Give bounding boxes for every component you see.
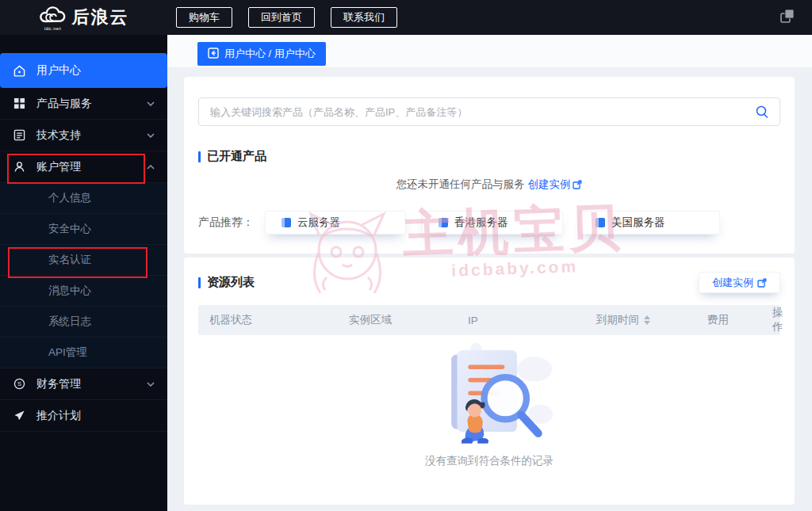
- column-machine-status: 机器状态: [198, 313, 349, 327]
- sidebar-item-api-management[interactable]: API管理: [0, 337, 167, 368]
- sidebar-item-personal-info[interactable]: 个人信息: [0, 183, 167, 214]
- home-icon: [13, 64, 25, 77]
- cloud-logo-icon: [39, 5, 67, 29]
- sidebar-item-referral-plan[interactable]: 推介计划: [0, 400, 167, 432]
- sidebar-item-label: 用户中心: [36, 63, 81, 78]
- submenu-item-label: 安全中心: [48, 222, 91, 236]
- overview-card: 已开通产品 您还未开通任何产品与服务 创建实例 产品推荐： 云服务器 香港服务器: [184, 77, 795, 254]
- title-accent-bar: [198, 151, 201, 162]
- submenu-item-label: 系统日志: [48, 315, 91, 329]
- sort-icon[interactable]: [644, 315, 650, 325]
- opened-products-title: 已开通产品: [198, 149, 795, 164]
- sidebar-item-account-management[interactable]: 账户管理: [0, 151, 167, 183]
- sidebar-item-products-services[interactable]: 产品与服务: [0, 88, 167, 120]
- resource-list-title: 资源列表: [198, 275, 255, 290]
- finance-icon: S: [13, 378, 25, 391]
- cart-button[interactable]: 购物车: [176, 7, 232, 28]
- submenu-item-label: API管理: [48, 345, 87, 360]
- home-page-button[interactable]: 回到首页: [248, 7, 315, 28]
- sidebar-item-security-center[interactable]: 安全中心: [0, 214, 167, 245]
- sidebar-item-label: 财务管理: [36, 377, 81, 391]
- column-instance-region: 实例区域: [349, 313, 468, 327]
- product-card-us-server[interactable]: 美国服务器: [579, 211, 720, 235]
- search-icon[interactable]: [753, 103, 771, 120]
- main-content: 用户中心 / 用户中心 已开通产品 您还未开通任何产品与服务 创建实例: [167, 35, 812, 511]
- sidebar-item-user-center[interactable]: 用户中心: [0, 53, 167, 88]
- column-actions: 操作: [772, 306, 793, 334]
- window-copy-icon[interactable]: [780, 9, 795, 26]
- grid-icon: [13, 97, 25, 110]
- no-products-message: 您还未开通任何产品与服务 创建实例: [184, 177, 795, 192]
- product-recommendations: 产品推荐： 云服务器 香港服务器 美国服务器: [198, 211, 795, 235]
- recommend-label: 产品推荐：: [198, 215, 254, 230]
- contact-us-button[interactable]: 联系我们: [331, 7, 397, 28]
- document-icon: [13, 129, 25, 142]
- chevron-down-icon: [147, 133, 155, 138]
- title-accent-bar: [198, 277, 201, 288]
- create-instance-link[interactable]: 创建实例: [527, 177, 582, 192]
- external-link-icon: [757, 278, 767, 288]
- create-instance-button[interactable]: 创建实例: [699, 272, 780, 293]
- external-link-icon: [573, 180, 582, 189]
- header-nav: 购物车 回到首页 联系我们: [176, 7, 397, 28]
- sidebar-item-tech-support[interactable]: 技术支持: [0, 120, 167, 151]
- sidebar-item-realname-verification[interactable]: 实名认证: [0, 245, 167, 276]
- sidebar-item-system-log[interactable]: 系统日志: [0, 307, 167, 337]
- chevron-up-icon: [147, 165, 155, 170]
- column-fee: 费用: [707, 313, 772, 327]
- empty-state: 没有查询到符合条件的记录: [184, 341, 795, 468]
- sidebar-item-finance-management[interactable]: S 财务管理: [0, 368, 167, 400]
- product-card-cloud-server[interactable]: 云服务器: [265, 211, 406, 235]
- server-icon: [439, 218, 448, 227]
- back-icon: [208, 48, 219, 61]
- breadcrumb-label: 用户中心 / 用户中心: [224, 47, 316, 61]
- sidebar-item-label: 产品与服务: [36, 97, 92, 111]
- resource-list-card: 资源列表 创建实例 机器状态 实例区域 IP 到期时间 费用 操作: [184, 257, 795, 505]
- no-records-message: 没有查询到符合条件的记录: [425, 454, 553, 468]
- sidebar: 用户中心 产品与服务 技术支持: [0, 35, 167, 511]
- sidebar-item-label: 技术支持: [36, 128, 81, 143]
- chevron-down-icon: [147, 382, 155, 387]
- brand-logo[interactable]: idc.net 后浪云: [0, 5, 167, 31]
- sidebar-item-message-center[interactable]: 消息中心: [0, 276, 167, 307]
- submenu-item-label: 实名认证: [48, 253, 91, 267]
- empty-illustration: [418, 341, 561, 451]
- app-window: idc.net 后浪云 购物车 回到首页 联系我们 用户中心: [0, 0, 812, 511]
- chevron-down-icon: [147, 101, 155, 106]
- resource-table-header: 机器状态 实例区域 IP 到期时间 费用 操作: [198, 305, 780, 335]
- top-header: idc.net 后浪云 购物车 回到首页 联系我们: [0, 0, 812, 35]
- svg-text:S: S: [17, 380, 21, 387]
- sidebar-item-label: 账户管理: [36, 160, 81, 174]
- search-input[interactable]: [198, 97, 780, 126]
- submenu-item-label: 个人信息: [48, 191, 91, 205]
- submenu-item-label: 消息中心: [48, 284, 91, 298]
- paper-plane-icon: [13, 410, 25, 422]
- server-icon: [596, 218, 605, 227]
- logo-title: 后浪云: [72, 6, 129, 29]
- account-submenu: 个人信息 安全中心 实名认证 消息中心 系统日志 API管理: [0, 183, 167, 368]
- column-ip: IP: [468, 315, 596, 326]
- breadcrumb[interactable]: 用户中心 / 用户中心: [197, 42, 326, 66]
- column-expire-time: 到期时间: [596, 313, 707, 327]
- logo-subtitle: idc.net: [44, 26, 61, 31]
- server-icon: [282, 218, 291, 227]
- sidebar-item-label: 推介计划: [36, 409, 81, 423]
- user-icon: [13, 161, 25, 174]
- product-card-hongkong-server[interactable]: 香港服务器: [422, 211, 563, 235]
